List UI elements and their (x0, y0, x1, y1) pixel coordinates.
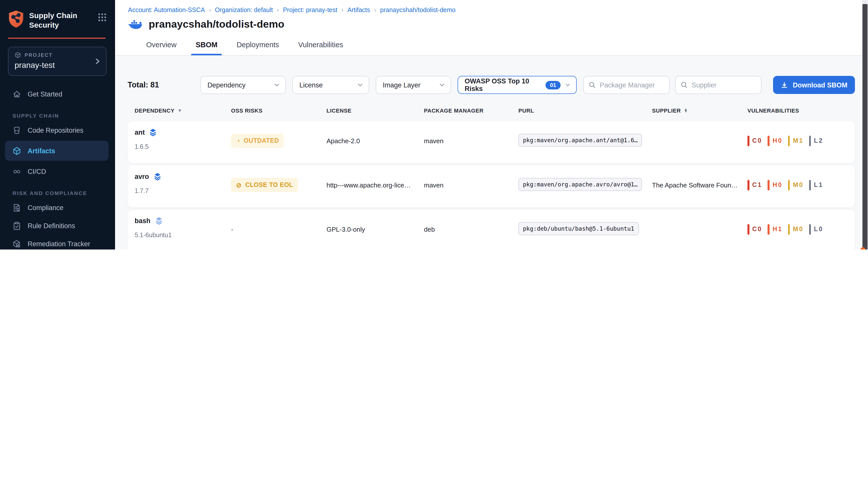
package-manager-input[interactable] (600, 81, 664, 89)
sort-descending-icon[interactable]: ▼ (177, 108, 182, 113)
table-row[interactable]: avro 1.7.7 → ⊘CLOSE TO EOL http---www.ap… (127, 165, 855, 208)
accent-rule (8, 37, 106, 39)
purl-chip[interactable]: pkg:maven/org.apache.ant/ant@1.6… (518, 133, 642, 146)
column-header-label: SUPPLIER (652, 108, 681, 113)
breadcrumb-link[interactable]: Artifacts (347, 7, 370, 14)
column-header-dependency[interactable]: DEPENDENCY▼ (135, 108, 231, 113)
severity-value: M1 (793, 137, 804, 144)
nav-section-supply-chain: SUPPLY CHAIN (0, 112, 113, 119)
sidebar-item-remediation-tracker[interactable]: Remediation Tracker (0, 235, 113, 250)
severity-bar (768, 180, 770, 190)
column-header-label: LICENSE (326, 108, 352, 113)
oss-risk-cell: - (231, 226, 326, 233)
vuln-c-count: C1 (747, 180, 762, 190)
license-value: http---www.apache.org-lice… (326, 181, 424, 189)
project-selector[interactable]: PROJECT pranay-test (8, 47, 107, 76)
supplier-input[interactable] (692, 81, 756, 89)
sidebar-item-compliance[interactable]: Compliance (0, 198, 113, 217)
sidebar-item-artifacts[interactable]: Artifacts (5, 141, 109, 161)
column-header-label: DEPENDENCY (135, 108, 175, 113)
severity-value: L0 (814, 226, 823, 233)
vuln-l-count: L0 (809, 224, 823, 234)
sidebar: Supply Chain Security PROJECT pranay-tes… (0, 0, 115, 250)
supplier-search (675, 76, 761, 94)
sidebar-item-ci-cd[interactable]: CI/CD (0, 162, 113, 180)
oss-risk-cell: ◔OUTDATED (231, 134, 326, 148)
breadcrumb: Account: Automation-SSCA›Organization: d… (115, 7, 868, 14)
breadcrumb-link[interactable]: pranaycshah/todolist-demo (380, 7, 456, 14)
severity-value: L2 (814, 137, 823, 144)
tab-sbom[interactable]: SBOM (195, 36, 219, 55)
infinity-icon (13, 167, 21, 175)
column-header-vulnerabilities: VULNERABILITIES (747, 108, 855, 113)
project-name: pranay-test (15, 61, 100, 70)
breadcrumb-separator: › (209, 7, 211, 14)
owasp-risks-filter[interactable]: OWASP OSS Top 10 Risks 01 (458, 76, 576, 94)
severity-bar (788, 135, 790, 146)
clock-icon: ◔ (236, 137, 240, 144)
supplier-value: The Apache Software Foun… (652, 181, 747, 189)
dependency-filter[interactable]: Dependency (200, 76, 286, 94)
vertical-scrollbar[interactable] (862, 0, 868, 250)
column-header-package-manager: PACKAGE MANAGER (424, 108, 518, 113)
vuln-m-count: M1 (788, 135, 804, 146)
app-title: Supply Chain Security (29, 10, 98, 30)
sidebar-item-rule-definitions[interactable]: Rule Definitions (0, 217, 113, 235)
package-manager-search (583, 76, 670, 94)
project-cube-icon (15, 52, 21, 58)
sidebar-item-get-started[interactable]: Get Started (0, 85, 113, 103)
severity-bar (809, 224, 811, 234)
table-row[interactable]: ant 1.6.5 → ◔OUTDATED Apache-2.0 maven p… (127, 121, 855, 163)
tab-deployments[interactable]: Deployments (236, 36, 280, 55)
image-layer-filter[interactable]: Image Layer (376, 76, 451, 94)
tab-overview[interactable]: Overview (145, 36, 177, 55)
owasp-filter-label: OWASP OSS Top 10 Risks (464, 77, 541, 93)
severity-value: C0 (752, 137, 762, 144)
license-filter[interactable]: License (292, 76, 369, 94)
severity-value: H0 (772, 181, 783, 188)
sidebar-nav: Get StartedSUPPLY CHAINCode Repositories… (0, 76, 113, 250)
main-area: Account: Automation-SSCA›Organization: d… (115, 0, 868, 250)
dependency-version: 1.7.7 → (135, 187, 231, 194)
module-grid-icon[interactable] (98, 13, 107, 22)
sidebar-item-label: Get Started (28, 90, 62, 98)
severity-bar (788, 180, 790, 190)
sort-toggle-icon[interactable]: ▲▼ (684, 108, 688, 113)
layers-icon (153, 172, 161, 181)
breadcrumb-separator: › (374, 7, 376, 14)
purl-chip[interactable]: pkg:maven/org.apache.avro/avro@1… (518, 178, 642, 191)
download-sbom-button[interactable]: Download SBOM (773, 76, 855, 94)
table-header: DEPENDENCY▼OSS RISKSLICENSEPACKAGE MANAG… (127, 108, 855, 113)
nav-section-risk-and-compliance: RISK AND COMPLIANCE (0, 190, 113, 196)
vuln-m-count: M0 (788, 180, 804, 190)
vulnerability-counts: C0H1M0L0 (747, 224, 855, 234)
severity-value: L1 (814, 181, 823, 188)
breadcrumb-link[interactable]: Organization: default (215, 7, 273, 14)
severity-value: C0 (752, 226, 762, 233)
chevron-down-icon (274, 82, 280, 88)
table-row[interactable]: bash 5.1-6ubuntu1 → - GPL-3.0-only deb p… (127, 209, 855, 250)
sidebar-item-code-repositories[interactable]: Code Repositories (0, 121, 113, 139)
oss-risk-cell: ⊘CLOSE TO EOL (231, 178, 326, 192)
column-header-purl: PURL (518, 108, 652, 113)
vuln-l-count: L2 (809, 135, 823, 146)
scrollbar-thumb[interactable] (863, 4, 868, 250)
column-header-supplier[interactable]: SUPPLIER▲▼ (652, 108, 747, 113)
package-manager-value: maven (424, 137, 518, 145)
tab-vulnerabilities[interactable]: Vulnerabilities (297, 36, 344, 55)
breadcrumb-link[interactable]: Project: pranay-test (283, 7, 337, 14)
severity-bar (747, 135, 749, 146)
page-title: pranaycshah/todolist-demo (149, 18, 284, 30)
purl-chip[interactable]: pkg:deb/ubuntu/bash@5.1-6ubuntu1 (518, 222, 639, 235)
project-label: PROJECT (25, 52, 52, 58)
breadcrumb-link[interactable]: Account: Automation-SSCA (128, 7, 205, 14)
column-header-label: PURL (518, 108, 534, 113)
chevron-down-icon (565, 82, 571, 88)
code-repo-icon (13, 126, 21, 134)
vuln-l-count: L1 (809, 180, 823, 190)
dependency-name: ant (135, 129, 145, 136)
severity-bar (809, 180, 811, 190)
dependency-name: avro (135, 173, 149, 180)
oss-risk-badge-close-eol: ⊘CLOSE TO EOL (231, 178, 298, 192)
oss-risk-none: - (231, 226, 233, 233)
